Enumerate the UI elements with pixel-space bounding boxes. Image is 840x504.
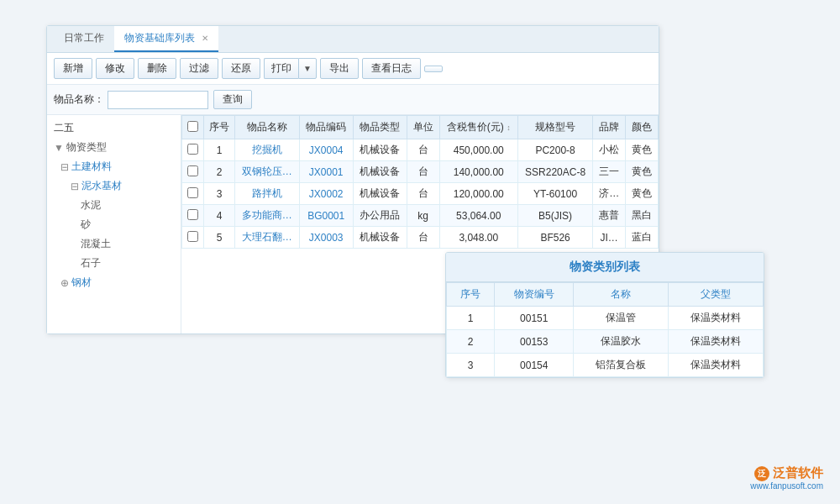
row-name[interactable]: 大理石翻… (235, 227, 300, 249)
logo-area: 泛 泛普软件 www.fanpusoft.com (750, 465, 823, 491)
tree-item-stone[interactable]: 石子 (47, 254, 181, 273)
row-price: 53,064.00 (439, 205, 517, 227)
row-code[interactable]: JX0003 (299, 227, 353, 249)
restore-button[interactable]: 还原 (222, 58, 260, 79)
tree-group-civil[interactable]: ⊟ 土建材料 (47, 157, 181, 176)
row-checkbox-1[interactable] (187, 165, 198, 176)
row-unit: kg (407, 205, 439, 227)
sec-row-name: 铝箔复合板 (574, 354, 669, 377)
search-bar: 物品名称： 查询 (47, 85, 659, 115)
row-color: 蓝白 (626, 227, 659, 249)
table-row[interactable]: 5 大理石翻… JX0003 机械设备 台 3,048.00 BF526 JI…… (182, 227, 659, 249)
sec-row-code: 00154 (495, 354, 574, 377)
sec-row-name: 保温管 (574, 307, 669, 330)
tree-item-concrete[interactable]: 混凝土 (47, 234, 181, 254)
row-type: 机械设备 (353, 183, 407, 205)
toolbar: 新增 修改 删除 过滤 还原 打印 ▼ 导出 查看日志 (47, 53, 659, 85)
tree-steel-arrow-icon: ⊕ (60, 277, 69, 289)
row-spec: YT-60100 (517, 183, 592, 205)
filter-button[interactable]: 过滤 (180, 58, 218, 79)
row-price: 3,048.00 (439, 227, 517, 249)
row-checkbox-cell (182, 139, 204, 161)
row-color: 黄色 (626, 161, 659, 183)
col-price[interactable]: 含税售价(元) ↕ (439, 116, 517, 139)
tab-daily-work[interactable]: 日常工作 (54, 26, 114, 52)
secondary-table-row[interactable]: 1 00151 保温管 保温类材料 (447, 307, 764, 330)
print-button[interactable]: 打印 (264, 58, 298, 79)
row-seq: 4 (204, 205, 235, 227)
col-unit[interactable]: 单位 (407, 116, 439, 139)
sec-row-parent: 保温类材料 (669, 330, 764, 354)
row-seq: 3 (204, 183, 235, 205)
col-name[interactable]: 物品名称 (235, 116, 300, 139)
sec-col-code: 物资编号 (495, 283, 574, 307)
row-type: 机械设备 (353, 227, 407, 249)
row-seq: 5 (204, 227, 235, 249)
row-name[interactable]: 多功能商… (235, 205, 300, 227)
export-button[interactable]: 查看日志 (362, 58, 421, 79)
row-checkbox-cell (182, 205, 204, 227)
row-code[interactable]: JX0001 (299, 161, 353, 183)
secondary-table-row[interactable]: 3 00154 铝箔复合板 保温类材料 (447, 354, 764, 377)
sec-col-name: 名称 (574, 283, 669, 307)
col-color[interactable]: 颜色 (626, 116, 659, 139)
search-input[interactable] (108, 91, 208, 109)
row-name[interactable]: 双钢轮压… (235, 161, 300, 183)
sec-row-code: 00151 (495, 307, 574, 330)
col-seq: 序号 (204, 116, 235, 139)
sec-row-seq: 2 (447, 330, 495, 354)
table-row[interactable]: 2 双钢轮压… JX0001 机械设备 台 140,000.00 SSR220A… (182, 161, 659, 183)
select-all-checkbox[interactable] (187, 121, 198, 132)
tab-material-list[interactable]: 物资基础库列表 ✕ (114, 26, 218, 52)
row-code[interactable]: JX0004 (299, 139, 353, 161)
add-button[interactable]: 新增 (54, 58, 92, 79)
row-checkbox-3[interactable] (187, 209, 198, 220)
print-dropdown-button[interactable]: ▼ (298, 58, 317, 79)
col-code[interactable]: 物品编码 (299, 116, 353, 139)
col-type[interactable]: 物品类型 (353, 116, 407, 139)
row-unit: 台 (407, 183, 439, 205)
row-color: 黄色 (626, 183, 659, 205)
row-checkbox-4[interactable] (187, 231, 198, 242)
materials-table: 序号 物品名称 物品编码 物品类型 单位 含税售价(元) ↕ 规格型号 品牌 颜… (181, 115, 659, 249)
col-spec[interactable]: 规格型号 (517, 116, 592, 139)
row-name[interactable]: 挖掘机 (235, 139, 300, 161)
tab-material-list-label: 物资基础库列表 (124, 31, 195, 45)
delete-button[interactable]: 删除 (138, 58, 176, 79)
table-row[interactable]: 3 路拌机 JX0002 机械设备 台 120,000.00 YT-60100 … (182, 183, 659, 205)
tab-close-icon[interactable]: ✕ (202, 34, 208, 43)
row-unit: 台 (407, 227, 439, 249)
logo-icon: 泛 (754, 466, 769, 481)
row-price: 140,000.00 (439, 161, 517, 183)
row-checkbox-cell (182, 161, 204, 183)
search-button[interactable]: 查询 (213, 90, 252, 109)
row-price: 450,000.00 (439, 139, 517, 161)
tree-section-materials[interactable]: ▼ 物资类型 (47, 138, 181, 157)
row-unit: 台 (407, 161, 439, 183)
secondary-panel: 物资类别列表 序号 物资编号 名称 父类型 1 00151 保温管 保温类材料 … (445, 252, 764, 378)
secondary-table-row[interactable]: 2 00153 保温胶水 保温类材料 (447, 330, 764, 354)
sort-price-icon: ↕ (507, 123, 511, 132)
log-button[interactable] (424, 66, 443, 72)
sec-col-seq: 序号 (447, 283, 495, 307)
row-checkbox-0[interactable] (187, 144, 198, 155)
tree-group-mud[interactable]: ⊟ 泥水基材 (47, 176, 181, 196)
sec-row-code: 00153 (495, 330, 574, 354)
tab-bar: 日常工作 物资基础库列表 ✕ (47, 26, 659, 53)
table-row[interactable]: 4 多功能商… BG0001 办公用品 kg 53,064.00 B5(JIS)… (182, 205, 659, 227)
row-name[interactable]: 路拌机 (235, 183, 300, 205)
row-checkbox-2[interactable] (187, 187, 198, 198)
sec-row-parent: 保温类材料 (669, 307, 764, 330)
tree-item-cement[interactable]: 水泥 (47, 196, 181, 215)
row-code[interactable]: BG0001 (299, 205, 353, 227)
search-label: 物品名称： (54, 92, 104, 107)
row-type: 办公用品 (353, 205, 407, 227)
col-brand[interactable]: 品牌 (593, 116, 626, 139)
table-row[interactable]: 1 挖掘机 JX0004 机械设备 台 450,000.00 PC200-8 小… (182, 139, 659, 161)
row-code[interactable]: JX0002 (299, 183, 353, 205)
tree-item-sand[interactable]: 砂 (47, 215, 181, 234)
edit-button[interactable]: 修改 (96, 58, 134, 79)
tree-group-steel[interactable]: ⊕ 钢材 (47, 273, 181, 292)
tab-daily-work-label: 日常工作 (64, 31, 104, 45)
import-button[interactable]: 导出 (320, 58, 359, 79)
